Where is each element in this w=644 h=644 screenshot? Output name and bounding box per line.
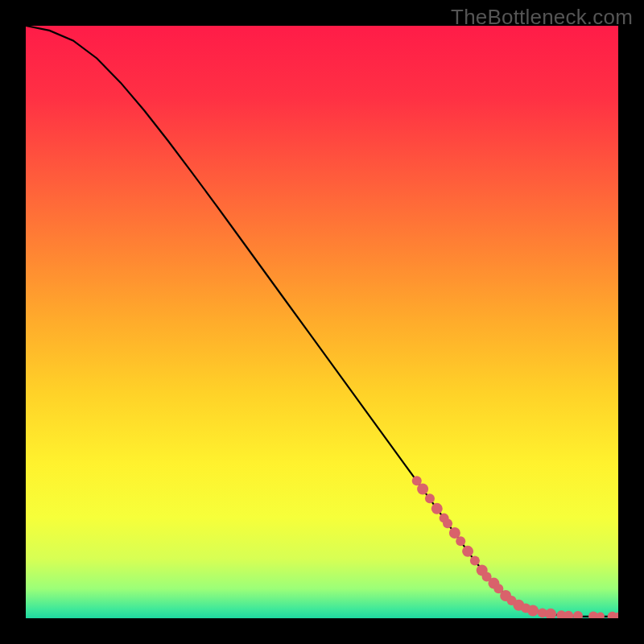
scatter-point — [470, 556, 480, 566]
scatter-point — [456, 536, 465, 546]
scatter-point — [417, 484, 428, 495]
scatter-point — [431, 503, 443, 514]
plot-svg — [26, 26, 618, 618]
scatter-point — [462, 546, 473, 557]
chart-stage: TheBottleneck.com — [0, 0, 644, 644]
gradient-rect — [26, 26, 618, 618]
scatter-point — [425, 493, 435, 503]
plot-area — [26, 26, 618, 618]
watermark-label: TheBottleneck.com — [451, 5, 633, 30]
scatter-point — [527, 605, 539, 616]
scatter-point — [443, 518, 452, 528]
